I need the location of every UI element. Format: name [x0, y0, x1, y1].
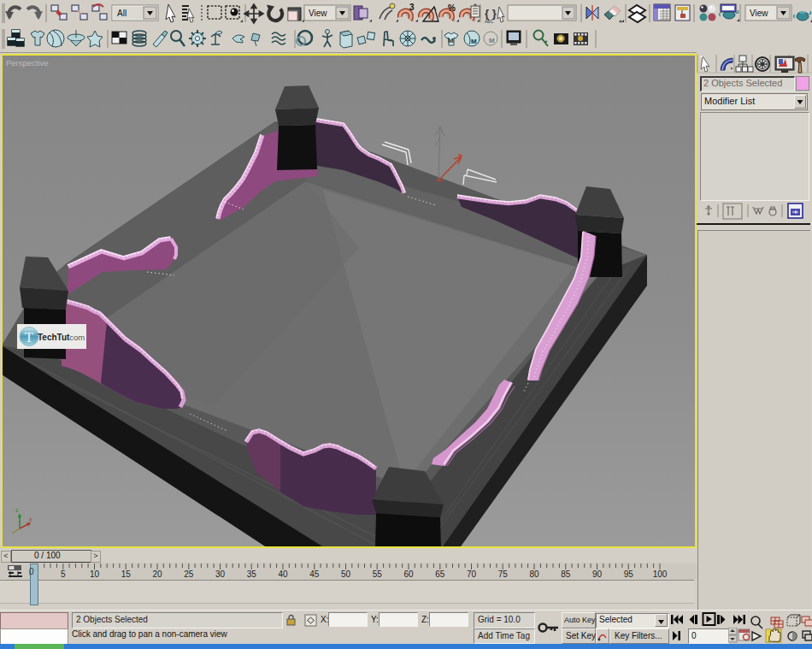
svg-text:3: 3 — [409, 3, 415, 12]
svg-text:View: View — [750, 9, 768, 18]
svg-text:T: T — [25, 329, 34, 345]
svg-text:M: M — [448, 37, 454, 44]
svg-text:50: 50 — [341, 569, 351, 579]
svg-text:85: 85 — [561, 569, 571, 579]
svg-text:z: z — [15, 507, 19, 513]
svg-text:35: 35 — [247, 569, 257, 579]
svg-text:75: 75 — [498, 569, 509, 579]
svg-text:15: 15 — [121, 569, 132, 579]
svg-text:40: 40 — [278, 569, 288, 579]
svg-text:.com: .com — [68, 333, 85, 342]
svg-text:M: M — [489, 37, 495, 44]
svg-text:95: 95 — [624, 569, 634, 579]
svg-text:5: 5 — [61, 569, 66, 579]
svg-text:All: All — [117, 9, 127, 18]
svg-text:70: 70 — [467, 569, 477, 579]
svg-text:{ }: { } — [485, 7, 497, 20]
svg-text:TechTut: TechTut — [38, 333, 70, 342]
svg-text:20: 20 — [152, 569, 162, 579]
svg-text:65: 65 — [435, 569, 445, 579]
svg-text:100: 100 — [653, 569, 668, 579]
svg-text:%: % — [448, 3, 456, 13]
svg-text:x: x — [29, 516, 32, 522]
svg-text:60: 60 — [403, 569, 414, 579]
svg-text:55: 55 — [373, 569, 383, 579]
svg-text:80: 80 — [529, 569, 539, 579]
svg-text:90: 90 — [592, 569, 603, 579]
svg-text:25: 25 — [184, 569, 194, 579]
svg-text:M: M — [471, 38, 477, 45]
svg-text:ABC: ABC — [485, 19, 494, 24]
svg-text:View: View — [309, 9, 327, 18]
svg-text:10: 10 — [90, 569, 100, 579]
svg-text:45: 45 — [309, 569, 320, 579]
svg-text:30: 30 — [215, 569, 226, 579]
